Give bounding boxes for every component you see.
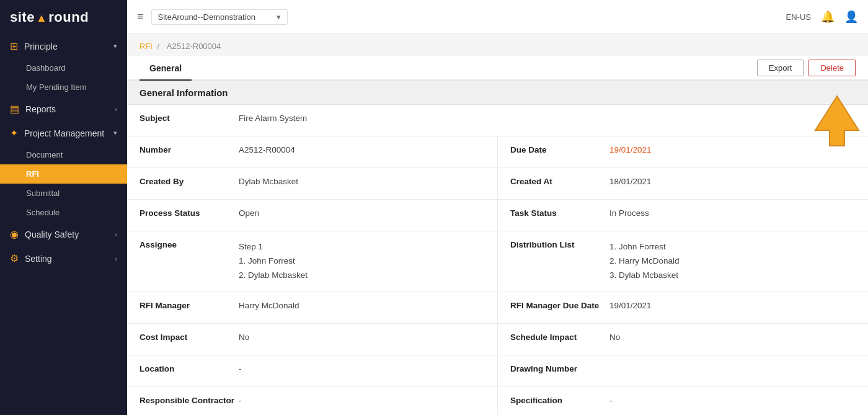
sidebar-item-my-pending[interactable]: My Pending Item xyxy=(0,78,127,97)
label-specification: Specification xyxy=(510,396,609,405)
label-responsible-contractor: Responsible Contractor xyxy=(140,396,239,405)
sidebar-quality-safety-label: Quality Safety xyxy=(25,230,79,239)
label-rfi-manager-due-date: RFI Manager Due Date xyxy=(510,301,609,310)
value-cost-impact: No xyxy=(239,332,485,342)
breadcrumb-separator: / xyxy=(157,42,160,51)
value-rfi-manager: Harry McDonald xyxy=(239,301,485,310)
cell-assignee: Assignee Step 11. John Forrest2. Dylab M… xyxy=(127,231,497,292)
row-location: Location - Drawing Number xyxy=(127,355,868,387)
sidebar-group-setting[interactable]: ⚙ Setting › xyxy=(0,246,127,270)
label-task-status: Task Status xyxy=(510,208,609,218)
logo-text: site▲round xyxy=(10,9,89,25)
quality-safety-icon: ◉ xyxy=(10,228,19,240)
value-created-at: 18/01/2021 xyxy=(609,177,856,186)
sidebar-section-setting: ⚙ Setting › xyxy=(0,246,127,270)
breadcrumb-current: A2512-R00004 xyxy=(167,42,221,51)
principle-icon: ⊞ xyxy=(10,40,18,52)
label-location: Location xyxy=(140,364,239,373)
cell-specification: Specification - xyxy=(498,387,868,415)
cell-rfi-manager-due-date: RFI Manager Due Date 19/01/2021 xyxy=(498,292,868,323)
logo-round: round xyxy=(48,9,89,25)
sidebar: site▲round ⊞ Principle ▾ Dashboard My Pe… xyxy=(0,0,127,415)
value-number: A2512-R00004 xyxy=(239,145,485,154)
notification-icon[interactable]: 🔔 xyxy=(821,10,835,24)
sidebar-project-mgmt-label: Project Management xyxy=(24,128,104,138)
cell-task-status: Task Status In Process xyxy=(498,200,868,231)
row-created-by: Created By Dylab Mcbasket Created At 18/… xyxy=(127,168,868,200)
label-assignee: Assignee xyxy=(140,240,239,249)
topbar-right-controls: EN-US 🔔 👤 xyxy=(786,10,858,24)
sidebar-item-rfi[interactable]: RFI xyxy=(0,164,127,184)
cell-drawing-number: Drawing Number xyxy=(498,355,868,386)
label-subject: Subject xyxy=(140,114,239,123)
row-cost-impact: Cost Impact No Schedule Impact No xyxy=(127,324,868,355)
topbar: ≡ SiteAround--Demonstration ▾ EN-US 🔔 👤 xyxy=(127,0,868,34)
cell-subject: Subject Fire Alarm System xyxy=(127,105,498,136)
row-number: Number A2512-R00004 Due Date 19/01/2021 xyxy=(127,136,868,168)
sidebar-item-schedule[interactable]: Schedule xyxy=(0,203,127,222)
sidebar-section-principle: ⊞ Principle ▾ Dashboard My Pending Item xyxy=(0,34,127,97)
label-distribution-list: Distribution List xyxy=(510,240,609,249)
sidebar-section-reports: ▤ Reports › xyxy=(0,97,127,121)
cell-location: Location - xyxy=(127,355,497,386)
content-area: General Export Delete General Informatio… xyxy=(127,56,868,415)
logo-arrow: ▲ xyxy=(36,12,47,24)
sidebar-group-project-mgmt[interactable]: ✦ Project Management ▾ xyxy=(0,121,127,145)
label-created-by: Created By xyxy=(140,177,239,186)
value-created-by: Dylab Mcbasket xyxy=(239,177,485,186)
sidebar-setting-label: Setting xyxy=(25,254,52,264)
reports-icon: ▤ xyxy=(10,103,19,115)
cell-due-date: Due Date 19/01/2021 xyxy=(498,136,868,167)
row-process-status: Process Status Open Task Status In Proce… xyxy=(127,200,868,231)
value-specification: - xyxy=(609,396,856,405)
value-responsible-contractor: - xyxy=(239,396,485,405)
sidebar-section-quality-safety: ◉ Quality Safety › xyxy=(0,222,127,246)
project-mgmt-icon: ✦ xyxy=(10,127,18,139)
cell-responsible-contractor: Responsible Contractor - xyxy=(127,387,497,415)
tab-general[interactable]: General xyxy=(140,56,192,81)
label-rfi-manager: RFI Manager xyxy=(140,301,239,310)
label-drawing-number: Drawing Number xyxy=(510,364,609,373)
sidebar-item-submittal[interactable]: Submittal xyxy=(0,184,127,203)
cell-schedule-impact: Schedule Impact No xyxy=(498,324,868,355)
label-schedule-impact: Schedule Impact xyxy=(510,332,609,342)
label-number: Number xyxy=(140,145,239,154)
project-selector[interactable]: SiteAround--Demonstration ▾ xyxy=(151,9,288,25)
value-location: - xyxy=(239,364,485,373)
value-distribution-list: 1. John Forrest2. Harry McDonald3. Dylab… xyxy=(609,240,856,283)
sidebar-section-project-management: ✦ Project Management ▾ Document RFI Subm… xyxy=(0,121,127,222)
row-assignee: Assignee Step 11. John Forrest2. Dylab M… xyxy=(127,231,868,292)
delete-button[interactable]: Delete xyxy=(808,60,856,76)
locale-label: EN-US xyxy=(786,12,811,22)
cell-cost-impact: Cost Impact No xyxy=(127,324,497,355)
label-cost-impact: Cost Impact xyxy=(140,332,239,342)
chevron-right-icon2: › xyxy=(115,231,117,238)
row-responsible-contractor: Responsible Contractor - Specification - xyxy=(127,387,868,415)
breadcrumb-rfi[interactable]: RFI xyxy=(140,42,153,51)
dropdown-arrow-icon: ▾ xyxy=(277,12,281,22)
row-subject: Subject Fire Alarm System xyxy=(127,105,868,136)
label-process-status: Process Status xyxy=(140,208,239,218)
sidebar-item-dashboard[interactable]: Dashboard xyxy=(0,58,127,78)
main-content: RFI / A2512-R00004 General Export Delete… xyxy=(127,34,868,415)
chevron-right-icon: › xyxy=(115,105,117,113)
sidebar-reports-label: Reports xyxy=(25,104,56,114)
tab-bar: General Export Delete xyxy=(127,56,868,81)
logo: site▲round xyxy=(0,0,127,34)
cell-distribution-list: Distribution List 1. John Forrest2. Harr… xyxy=(498,231,868,292)
user-icon[interactable]: 👤 xyxy=(844,10,858,24)
hamburger-icon[interactable]: ≡ xyxy=(137,11,144,24)
setting-icon: ⚙ xyxy=(10,252,19,264)
cell-created-at: Created At 18/01/2021 xyxy=(498,168,868,199)
cell-process-status: Process Status Open xyxy=(127,200,497,231)
value-rfi-manager-due-date: 19/01/2021 xyxy=(609,301,856,310)
sidebar-group-principle[interactable]: ⊞ Principle ▾ xyxy=(0,34,127,58)
sidebar-item-document[interactable]: Document xyxy=(0,145,127,164)
export-button[interactable]: Export xyxy=(757,60,804,76)
sidebar-group-quality-safety[interactable]: ◉ Quality Safety › xyxy=(0,222,127,246)
cell-number: Number A2512-R00004 xyxy=(127,136,497,167)
row-rfi-manager: RFI Manager Harry McDonald RFI Manager D… xyxy=(127,292,868,324)
value-due-date: 19/01/2021 xyxy=(609,145,856,154)
sidebar-group-reports[interactable]: ▤ Reports › xyxy=(0,97,127,121)
chevron-down-icon2: ▾ xyxy=(113,129,117,137)
